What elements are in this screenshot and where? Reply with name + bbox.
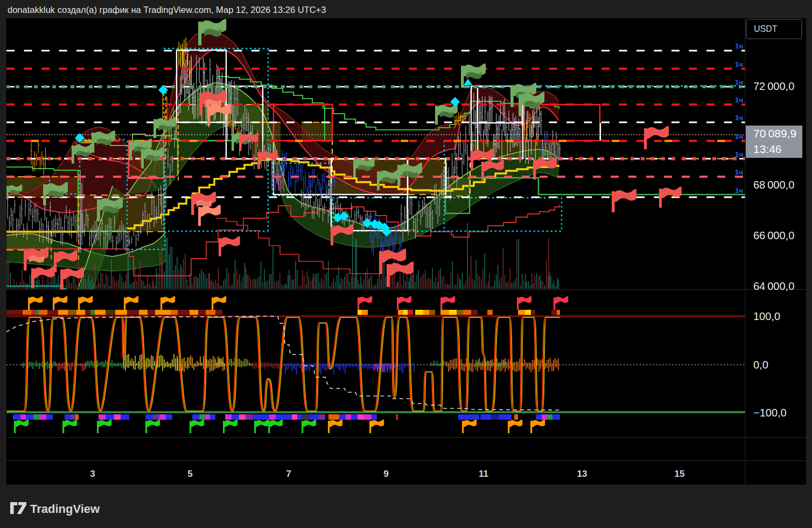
svg-text:13:46: 13:46: [753, 143, 782, 155]
svg-text:15: 15: [675, 469, 685, 479]
svg-text:13: 13: [577, 469, 587, 479]
svg-text:64 000,0: 64 000,0: [753, 280, 794, 292]
svg-text:TradingView: TradingView: [30, 502, 100, 516]
svg-text:9: 9: [383, 469, 388, 479]
svg-text:5: 5: [187, 469, 192, 479]
svg-text:−100,0: −100,0: [753, 407, 787, 419]
svg-text:donatakkluk создал(а) график н: donatakkluk создал(а) график на TradingV…: [8, 5, 326, 15]
svg-text:1ч: 1ч: [735, 60, 743, 68]
svg-text:7: 7: [286, 469, 291, 479]
svg-text:72 000,0: 72 000,0: [753, 80, 794, 92]
svg-text:1ч: 1ч: [735, 186, 743, 194]
svg-text:68 000,0: 68 000,0: [753, 179, 794, 191]
svg-text:1ч: 1ч: [735, 114, 743, 122]
svg-text:1ч: 1ч: [735, 96, 743, 104]
svg-text:11: 11: [479, 469, 488, 479]
svg-text:1ч: 1ч: [735, 133, 743, 141]
svg-text:1ч: 1ч: [735, 150, 743, 158]
svg-text:3: 3: [90, 469, 95, 479]
svg-text:100,0: 100,0: [753, 310, 780, 322]
svg-text:USDT: USDT: [754, 24, 778, 33]
svg-text:1ч: 1ч: [735, 78, 743, 86]
svg-text:66 000,0: 66 000,0: [753, 230, 794, 241]
svg-text:70 089,9: 70 089,9: [753, 127, 796, 140]
svg-text:0,0: 0,0: [753, 359, 768, 371]
svg-text:1ч: 1ч: [735, 168, 743, 176]
svg-text:1ч: 1ч: [735, 42, 743, 50]
